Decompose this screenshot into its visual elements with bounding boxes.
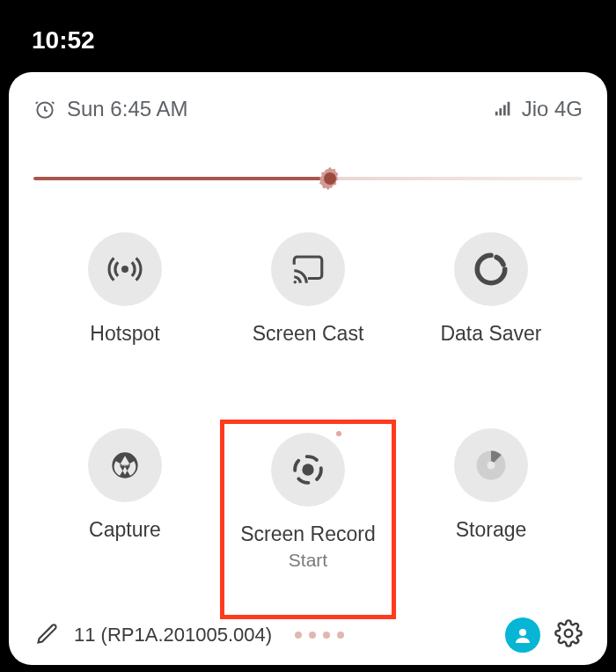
- tile-label: Screen Cast: [253, 322, 364, 346]
- svg-point-12: [565, 630, 573, 638]
- tile-labels: Storage: [456, 518, 527, 542]
- pager-dot[interactable]: [323, 632, 330, 639]
- status-bar: Sun 6:45 AM Jio 4G: [33, 97, 583, 121]
- build-label: 11 (RP1A.201005.004): [74, 624, 272, 646]
- tiles-grid: HotspotScreen CastData SaverCaptureScree…: [33, 232, 583, 602]
- tile-datasaver[interactable]: Data Saver: [400, 232, 583, 372]
- hotspot-icon[interactable]: [88, 232, 162, 306]
- status-left: Sun 6:45 AM: [33, 97, 187, 121]
- tile-screencast[interactable]: Screen Cast: [216, 232, 400, 372]
- status-right: Jio 4G: [494, 97, 583, 121]
- brightness-slider[interactable]: [33, 165, 583, 192]
- tile-storage[interactable]: Storage: [400, 428, 583, 602]
- tile-label: Capture: [89, 518, 161, 542]
- capture-icon[interactable]: [88, 428, 162, 502]
- brightness-thumb[interactable]: [319, 168, 341, 189]
- device-clock: 10:52: [32, 26, 95, 55]
- settings-icon[interactable]: [554, 619, 583, 651]
- tile-labels: Screen Cast: [253, 322, 364, 346]
- tile-capture[interactable]: Capture: [33, 428, 216, 602]
- cast-icon[interactable]: [271, 232, 345, 306]
- carrier-label: Jio 4G: [522, 97, 583, 121]
- datasaver-icon[interactable]: [454, 232, 528, 306]
- tile-label: Screen Record: [240, 522, 375, 546]
- alarm-icon: [33, 98, 56, 121]
- pager-dot[interactable]: [337, 632, 344, 639]
- tile-labels: Screen RecordStart: [240, 522, 375, 571]
- tile-wrap-screenrecord: Screen RecordStart: [220, 420, 395, 619]
- pager-dots[interactable]: [295, 632, 344, 639]
- svg-rect-2: [499, 108, 502, 115]
- tile-hotspot[interactable]: Hotspot: [33, 232, 216, 372]
- pager-dot[interactable]: [309, 632, 316, 639]
- tile-labels: Data Saver: [440, 322, 541, 346]
- svg-point-10: [487, 461, 495, 469]
- footer-bar: 11 (RP1A.201005.004): [33, 617, 583, 653]
- record-icon[interactable]: [271, 433, 345, 507]
- signal-icon: [494, 99, 513, 119]
- tile-labels: Capture: [89, 518, 161, 542]
- svg-rect-3: [503, 105, 506, 115]
- svg-point-6: [294, 281, 297, 284]
- tile-label: Data Saver: [440, 322, 541, 346]
- tile-indicator-dot: [336, 431, 341, 436]
- svg-point-8: [302, 464, 313, 475]
- svg-rect-1: [495, 112, 497, 116]
- pager-dot[interactable]: [295, 632, 302, 639]
- tile-label: Hotspot: [90, 322, 159, 346]
- tile-screenrecord[interactable]: Screen RecordStart: [240, 433, 375, 571]
- tile-labels: Hotspot: [90, 322, 159, 346]
- svg-point-11: [519, 629, 526, 636]
- svg-rect-4: [507, 102, 510, 116]
- tile-sublabel: Start: [240, 550, 375, 571]
- status-time: Sun 6:45 AM: [67, 97, 187, 121]
- user-avatar[interactable]: [505, 617, 540, 653]
- storage-icon[interactable]: [454, 428, 528, 502]
- svg-point-5: [121, 266, 128, 273]
- quick-settings-panel: Sun 6:45 AM Jio 4G Hotspo: [9, 72, 607, 665]
- brightness-track: [33, 177, 583, 180]
- tile-label: Storage: [456, 518, 527, 542]
- edit-icon[interactable]: [35, 621, 60, 649]
